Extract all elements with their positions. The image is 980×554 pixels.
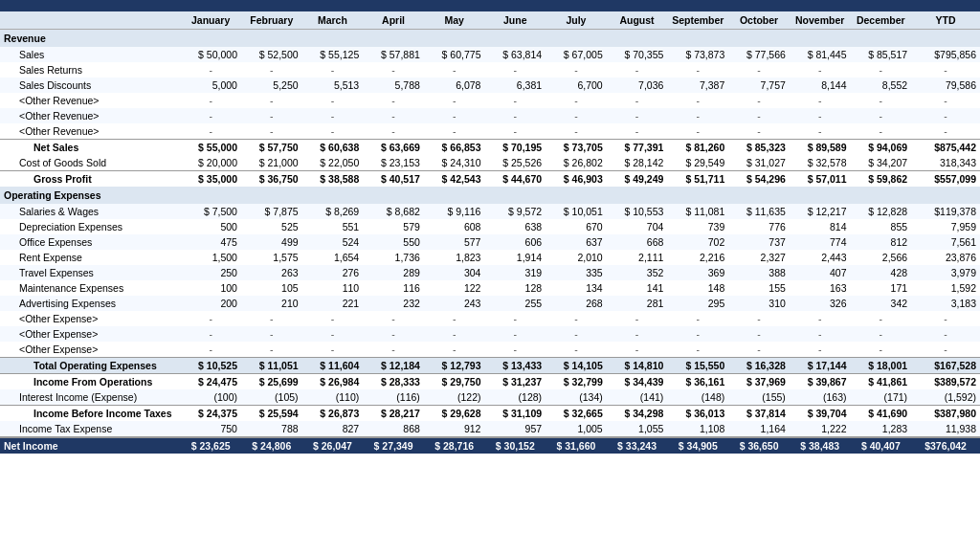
row-value: 250 <box>180 265 241 280</box>
row-value: $ 66,853 <box>424 140 485 156</box>
row-value: - <box>667 342 728 358</box>
row-value: $ 28,716 <box>424 437 485 454</box>
row-label: Rent Expense <box>0 250 180 265</box>
table-row: Office Expenses4754995245505776066376687… <box>0 234 980 250</box>
row-value: - <box>484 123 546 140</box>
row-label: Office Expenses <box>0 234 180 250</box>
row-value: 7,036 <box>607 78 668 93</box>
row-value: $ 26,802 <box>546 155 607 171</box>
row-value: - <box>546 123 607 140</box>
row-value: $ 21,000 <box>241 155 302 171</box>
row-value: 200 <box>180 296 241 311</box>
row-value: - <box>851 311 912 326</box>
row-value: 1,914 <box>484 250 546 265</box>
row-value: 812 <box>851 234 912 250</box>
col-may: May <box>424 11 485 30</box>
row-value: 774 <box>790 234 851 250</box>
table-row: Travel Expenses2502632762893043193353523… <box>0 265 980 280</box>
row-value: 289 <box>363 265 424 280</box>
row-value: 342 <box>851 296 912 311</box>
row-value: $ 41,690 <box>851 406 912 422</box>
row-value: $ 57,011 <box>790 171 851 188</box>
row-value: 318,343 <box>911 155 980 171</box>
table-row: Depreciation Expenses5005255515796086386… <box>0 219 980 234</box>
row-value: $ 24,375 <box>180 406 241 422</box>
row-value: $ 8,682 <box>363 204 424 219</box>
row-value: 428 <box>851 265 912 280</box>
row-value: $ 24,310 <box>424 155 485 171</box>
row-value: $ 12,184 <box>363 358 424 374</box>
row-value: $875,442 <box>911 140 980 156</box>
row-value: $ 22,050 <box>302 155 364 171</box>
row-value: 868 <box>363 421 424 437</box>
row-value: - <box>728 62 790 78</box>
row-value: 352 <box>607 265 668 280</box>
row-value: - <box>607 342 668 358</box>
row-value: - <box>180 108 241 123</box>
row-value: 6,078 <box>424 78 485 93</box>
row-value: $ 32,665 <box>546 406 607 422</box>
row-value: $557,099 <box>911 171 980 188</box>
row-value: $ 94,069 <box>851 140 912 156</box>
row-value: - <box>424 123 485 140</box>
row-value: $ 40,407 <box>851 437 912 454</box>
row-value: - <box>790 326 851 342</box>
row-value: 499 <box>241 234 302 250</box>
row-value: - <box>180 342 241 358</box>
row-value: 1,592 <box>911 280 980 296</box>
row-value: $ 10,051 <box>546 204 607 219</box>
row-value: - <box>790 342 851 358</box>
row-value: 319 <box>484 265 546 280</box>
row-value: - <box>484 326 546 342</box>
row-value: $ 10,525 <box>180 358 241 374</box>
row-value: $ 12,793 <box>424 358 485 374</box>
col-sep: September <box>667 11 728 30</box>
table-row: Net Income$ 23,625$ 24,806$ 26,047$ 27,3… <box>0 437 980 454</box>
row-value: $ 26,047 <box>302 437 364 454</box>
row-value: $ 70,195 <box>484 140 546 156</box>
row-value: $ 36,750 <box>241 171 302 188</box>
row-label: Income Before Income Taxes <box>0 406 180 422</box>
row-value: $ 37,814 <box>728 406 790 422</box>
row-value: $ 89,589 <box>790 140 851 156</box>
col-aug: August <box>607 11 668 30</box>
row-value: - <box>607 326 668 342</box>
col-dec: December <box>851 11 912 30</box>
row-value: $ 54,296 <box>728 171 790 188</box>
row-value: - <box>180 326 241 342</box>
row-value: 739 <box>667 219 728 234</box>
row-value: - <box>363 93 424 108</box>
row-value: $ 51,711 <box>667 171 728 188</box>
table-row: Income Tax Expense7507888278689129571,00… <box>0 421 980 437</box>
row-value: - <box>363 62 424 78</box>
row-value: $ 67,005 <box>546 47 607 62</box>
row-value: - <box>302 93 364 108</box>
row-value: 2,010 <box>546 250 607 265</box>
row-value: 737 <box>728 234 790 250</box>
row-value: $ 73,705 <box>546 140 607 156</box>
table-row: Interest Income (Expense)(100)(105)(110)… <box>0 389 980 406</box>
row-value: 304 <box>424 265 485 280</box>
row-value: $ 9,116 <box>424 204 485 219</box>
row-value: - <box>911 62 980 78</box>
row-label: <Other Expense> <box>0 342 180 358</box>
row-value: $ 8,269 <box>302 204 364 219</box>
row-value: $ 30,152 <box>484 437 546 454</box>
row-value: 577 <box>424 234 485 250</box>
row-value: - <box>851 93 912 108</box>
row-value: 606 <box>484 234 546 250</box>
row-value: - <box>667 326 728 342</box>
row-value: (100) <box>180 389 241 406</box>
row-value: 750 <box>180 421 241 437</box>
row-value: - <box>241 108 302 123</box>
row-value: 2,566 <box>851 250 912 265</box>
row-value: - <box>302 62 364 78</box>
income-statement-table: January February March April May June Ju… <box>0 11 980 454</box>
row-value: - <box>424 342 485 358</box>
row-value: - <box>302 123 364 140</box>
row-value: $ 20,000 <box>180 155 241 171</box>
row-value: - <box>484 62 546 78</box>
row-value: 2,216 <box>667 250 728 265</box>
row-value: $ 25,594 <box>241 406 302 422</box>
row-value: - <box>607 108 668 123</box>
